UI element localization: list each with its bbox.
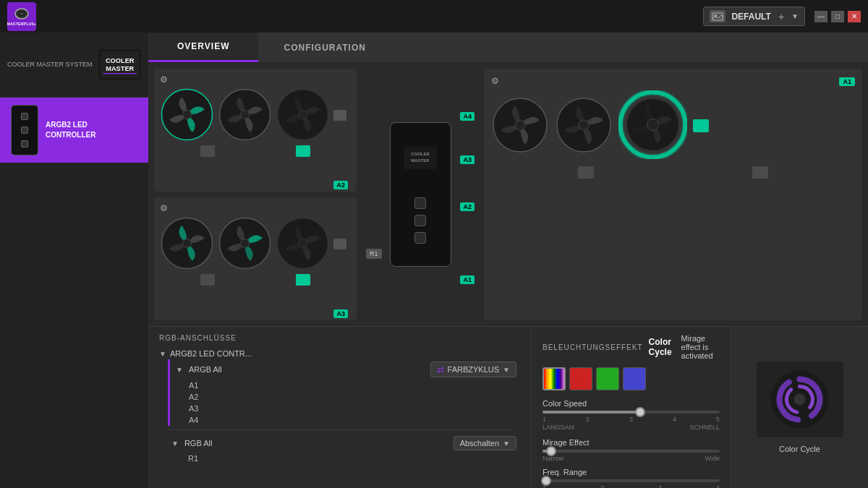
a3-label: A3: [460, 155, 475, 164]
device-thumbnail: [11, 105, 38, 155]
freq-range-label: Freq. Range: [542, 468, 720, 476]
mirage-slider-handle[interactable]: [546, 446, 556, 456]
swatch-blue[interactable]: [623, 367, 646, 390]
swatch-rainbow[interactable]: [542, 367, 566, 390]
tree-label-controller: ARGB2 LED CONTR...: [170, 349, 252, 358]
fan-connector-a2-right[interactable]: [296, 145, 310, 157]
rgb-child-r1[interactable]: R1: [168, 453, 520, 464]
tree-controller[interactable]: ▼ ARGB2 LED CONTR...: [159, 348, 520, 359]
mirage-effect-label: Mirage Effect: [542, 438, 720, 447]
center-controller: R1 A4 A3 A2 A1 COOLER MASTER: [362, 69, 478, 320]
swatch-red[interactable]: [569, 367, 592, 390]
freq-markers: 1234: [542, 484, 720, 488]
tree-arrow-controller: ▼: [159, 350, 166, 358]
brand-label: COOLER MASTER SYSTEM: [7, 60, 93, 69]
add-profile-btn[interactable]: +: [777, 11, 786, 22]
svg-point-14: [241, 111, 250, 119]
close-button[interactable]: ✕: [848, 11, 861, 22]
fan-connector-a3-right[interactable]: [296, 274, 310, 286]
argb-all-label: ARGB All: [189, 365, 425, 374]
svg-text:MASTER: MASTER: [106, 65, 134, 72]
preview-panel: Color Cycle: [731, 327, 868, 488]
fan-2[interactable]: [218, 87, 272, 143]
app-name-label: MASTERPLUS+: [7, 22, 37, 26]
swatch-green[interactable]: [596, 367, 619, 390]
chevron-down-icon[interactable]: ▼: [791, 12, 799, 20]
fan-6[interactable]: [276, 216, 330, 272]
sidebar: COOLER MASTER SYSTEM COOLER MASTER ARGB2…: [0, 33, 148, 488]
speed-markers: 12345: [542, 416, 720, 423]
profile-image-icon: [710, 10, 726, 22]
maximize-button[interactable]: □: [831, 11, 844, 22]
rgb-effect-label: Abschalten: [460, 439, 499, 448]
svg-text:COOLER: COOLER: [105, 57, 134, 64]
argb-child-a2[interactable]: A2: [185, 391, 520, 403]
device-name-label: ARGB2 LED CONTROLLER: [46, 120, 95, 140]
argb-child-a3[interactable]: A3: [185, 403, 520, 414]
mirage-active-text: Mirage effect is activated: [681, 334, 720, 360]
tree-arrow-argb: ▼: [176, 366, 183, 374]
speed-slider-handle[interactable]: [635, 407, 645, 417]
fan-group-a1: ⚙: [484, 69, 862, 320]
brand-text-area: COOLER MASTER SYSTEM: [7, 60, 93, 69]
speed-slider-fill: [542, 411, 640, 414]
r1-label: R1: [366, 249, 382, 259]
mirage-slider-track[interactable]: [542, 450, 720, 453]
mirage-labels: Narrow Wide: [542, 455, 720, 462]
fan-1[interactable]: [160, 87, 214, 143]
rgb-all-label: RGB All: [184, 439, 448, 448]
freq-range-param: Freq. Range 1234 Small Large: [542, 468, 720, 488]
tab-overview[interactable]: OVERVIEW: [148, 33, 258, 62]
connector-a1-left: [578, 166, 594, 179]
connector-right-top: [333, 110, 346, 121]
rgb-effect-select[interactable]: Abschalten ▼: [454, 436, 516, 450]
svg-point-20: [241, 239, 250, 248]
fan-8[interactable]: [555, 96, 613, 155]
argb-all-row[interactable]: ▼ ARGB All ⇄ FARBZYKLUS ▼: [172, 359, 520, 380]
fan-4[interactable]: [160, 216, 214, 272]
effect-header: BELEUCHTUNGSEFFEKT Color Cycle Mirage ef…: [542, 334, 720, 360]
color-speed-label: Color Speed: [542, 399, 720, 408]
svg-point-22: [299, 239, 307, 248]
app-logo-area: MASTERPLUS+: [0, 0, 148, 33]
bottom-controls: RGB-ANSCHLÜSSE ▼ ARGB2 LED CONTR... ▼ AR…: [148, 326, 868, 488]
fan-visualization-area: ⚙: [148, 63, 868, 326]
profile-selector[interactable]: DEFAULT + ▼: [703, 7, 805, 26]
color-swatches: [542, 367, 720, 390]
cooler-master-logo: COOLER MASTER: [98, 41, 141, 88]
effect-panel-title: BELEUCHTUNGSEFFEKT: [542, 343, 643, 351]
fan-icon-top: ⚙: [160, 74, 168, 85]
minimize-button[interactable]: —: [814, 11, 827, 22]
rgb-all-row[interactable]: ▼ RGB All Abschalten ▼: [168, 434, 520, 453]
profile-name: DEFAULT: [731, 12, 770, 22]
preview-box: [757, 361, 843, 437]
a1-right-connector[interactable]: [693, 119, 709, 132]
left-fan-groups: ⚙: [154, 69, 357, 320]
svg-rect-3: [712, 13, 723, 20]
speed-slider-track[interactable]: [542, 411, 720, 414]
tab-configuration[interactable]: CONFIGURATION: [258, 33, 391, 62]
svg-point-18: [183, 239, 192, 248]
argb-effect-select[interactable]: ⇄ FARBZYKLUS ▼: [430, 361, 516, 377]
argb-child-a1[interactable]: A1: [185, 380, 520, 391]
argb-child-a4[interactable]: A4: [185, 414, 520, 426]
svg-point-12: [183, 111, 192, 119]
fan-group-a2-label: A2: [333, 181, 348, 189]
fan-3[interactable]: [276, 87, 330, 143]
preview-label: Color Cycle: [779, 445, 820, 453]
fan-5[interactable]: [218, 216, 272, 272]
fan-group-a2: ⚙: [154, 69, 357, 192]
svg-point-27: [515, 120, 525, 130]
a1-label: A1: [460, 275, 475, 284]
fan-7[interactable]: [491, 96, 549, 155]
fan-9-ring[interactable]: [618, 90, 687, 160]
sidebar-item-argb-controller[interactable]: ARGB2 LED CONTROLLER: [0, 98, 148, 163]
freq-slider-track[interactable]: [542, 479, 720, 482]
connector-a1-mid: [752, 166, 768, 179]
svg-text:MASTER: MASTER: [411, 158, 430, 163]
app-icon: MASTERPLUS+: [7, 2, 36, 31]
fan-group-a3-label: A3: [333, 309, 348, 318]
tree-arrow-rgb: ▼: [171, 440, 179, 448]
freq-slider-handle[interactable]: [541, 476, 551, 486]
color-cycle-preview-icon: [769, 369, 830, 430]
